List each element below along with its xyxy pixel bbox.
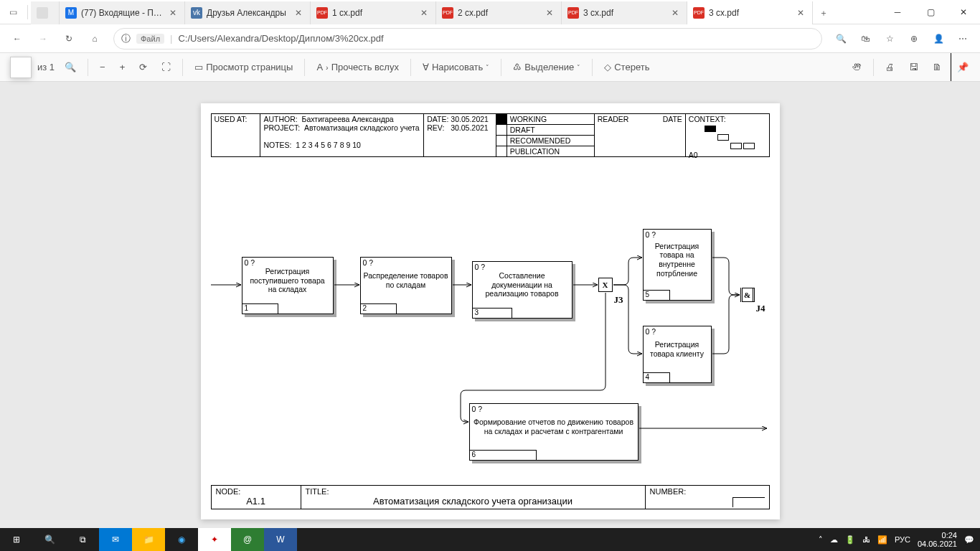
tab-mail[interactable]: M (77) Входящие - По… ✕ <box>60 1 185 24</box>
close-icon[interactable]: ✕ <box>544 7 555 19</box>
pdf-page: USED AT: AUTHOR: Бахтигареева Александра… <box>201 103 780 519</box>
favorites-icon[interactable]: ☆ <box>878 27 901 50</box>
separator <box>873 59 874 76</box>
shopping-icon[interactable]: 🛍 <box>854 27 877 50</box>
tab-actions-icon[interactable]: ▭ <box>3 2 23 22</box>
page-view-button[interactable]: ▭ Просмотр страницы <box>190 57 297 77</box>
taskbar: ⊞ 🔍 ⧉ ✉ 📁 ◉ ✦ @ W ˄ ☁ 🔋 🖧 📶 РУС 0:24 04.… <box>0 528 980 551</box>
minimize-button[interactable]: ─ <box>881 0 914 24</box>
info-icon: ⓘ <box>121 32 131 45</box>
erase-button[interactable]: ◇ Стереть <box>600 57 654 77</box>
collections-icon[interactable]: ⊕ <box>903 27 925 50</box>
junction-x: X <box>598 278 613 292</box>
save-icon[interactable]: 🖫 <box>905 57 923 77</box>
app-green[interactable]: @ <box>231 528 264 551</box>
window-controls: ─ ▢ ✕ <box>881 0 980 24</box>
separator: | <box>170 33 172 44</box>
draw-button[interactable]: ∀ Нарисовать ˅ <box>418 57 494 77</box>
close-icon[interactable]: ✕ <box>669 7 681 19</box>
close-icon[interactable]: ✕ <box>293 7 304 19</box>
tray-clock[interactable]: 0:24 04.06.2021 <box>918 531 957 548</box>
favicon-blank <box>37 7 48 19</box>
close-icon[interactable]: ✕ <box>418 7 430 19</box>
profile-icon[interactable]: 👤 <box>927 27 950 50</box>
tab-pdf2[interactable]: PDF 2 cx.pdf ✕ <box>436 1 562 24</box>
start-button[interactable]: ⊞ <box>0 528 33 551</box>
toc-icon[interactable]: 🖑 <box>848 57 866 77</box>
new-tab-button[interactable]: ＋ <box>813 3 834 24</box>
close-window-button[interactable]: ✕ <box>947 0 980 24</box>
tab-label: 3 cx.pdf <box>709 8 791 18</box>
rotate-icon[interactable]: ⟳ <box>135 57 151 77</box>
search-icon[interactable]: 🔍 <box>829 27 852 50</box>
pdf-icon: PDF <box>567 7 579 19</box>
separator <box>410 59 411 76</box>
pdf-viewer[interactable]: USED AT: AUTHOR: Бахтигареева Александра… <box>0 82 980 528</box>
pdf-icon: PDF <box>442 7 453 19</box>
highlight-button[interactable]: ♳ Выделение ˅ <box>509 57 585 77</box>
back-button[interactable]: ← <box>6 27 29 50</box>
home-button[interactable]: ⌂ <box>83 27 106 50</box>
tray-wifi-icon[interactable]: 📶 <box>877 535 887 545</box>
url-input[interactable]: ⓘ Файл | C:/Users/Alexandra/Desktop/Дипл… <box>113 28 822 50</box>
page-input[interactable] <box>10 57 32 78</box>
tab-pdf3-active[interactable]: PDF 3 cx.pdf ✕ <box>687 1 813 24</box>
pin-icon[interactable]: 📌 <box>951 53 974 81</box>
close-icon[interactable]: ✕ <box>795 7 806 19</box>
tab-blank[interactable] <box>31 1 60 24</box>
close-icon[interactable]: ✕ <box>167 7 179 19</box>
junction-and: & <box>740 288 755 302</box>
separator <box>27 5 28 19</box>
tab-vk[interactable]: vk Друзья Александры ✕ <box>185 1 311 24</box>
refresh-button[interactable]: ↻ <box>57 27 80 50</box>
junction-label-j3: J3 <box>614 294 623 306</box>
app-red[interactable]: ✦ <box>198 528 231 551</box>
idef-header-table: USED AT: AUTHOR: Бахтигареева Александра… <box>211 113 770 157</box>
menu-icon[interactable]: ⋯ <box>951 27 974 50</box>
mail-app[interactable]: ✉ <box>99 528 132 551</box>
zoom-in-button[interactable]: + <box>116 57 130 77</box>
box-2: 0 ? Распределение товаров по складам 2 <box>360 257 452 314</box>
mail-icon: M <box>65 7 77 19</box>
taskview-button[interactable]: ⧉ <box>66 528 99 551</box>
page-count: из 1 <box>37 62 55 72</box>
tray-onedrive-icon[interactable]: ☁ <box>830 535 838 545</box>
file-badge: Файл <box>136 34 164 44</box>
tab-label: Друзья Александры <box>207 8 288 18</box>
box-3: 0 ? Составление докумениации на реализац… <box>472 261 573 319</box>
box-6: 0 ? Формирование отчетов по движению тов… <box>469 403 639 461</box>
search-button[interactable]: 🔍 <box>33 528 66 551</box>
idef-diagram: 0 ? Регистрация поступившего товара на с… <box>211 161 770 484</box>
zoom-out-button[interactable]: − <box>95 57 110 77</box>
tray-network-icon[interactable]: 🖧 <box>862 535 870 544</box>
tabs-container: M (77) Входящие - По… ✕ vk Друзья Алекса… <box>31 0 881 24</box>
pdf-toolbar: из 1 🔍 − + ⟳ ⛶ ▭ Просмотр страницы A› Пр… <box>0 53 980 82</box>
explorer-app[interactable]: 📁 <box>132 528 165 551</box>
print-icon[interactable]: 🖨 <box>881 57 899 77</box>
tray-notifications-icon[interactable]: 💬 <box>964 535 974 545</box>
find-icon[interactable]: 🔍 <box>60 57 80 77</box>
box-5: 0 ? Регистрация товара на внутренне потр… <box>643 229 712 301</box>
idef-footer-table: NODE:A1.1 TITLE:Автоматизация складского… <box>211 485 770 509</box>
vk-icon: vk <box>191 7 202 19</box>
word-app[interactable]: W <box>264 528 297 551</box>
used-at-cell: USED AT: <box>211 114 260 157</box>
box-1: 0 ? Регистрация поступившего товара на с… <box>242 257 334 314</box>
tab-pdf3[interactable]: PDF 3 cx.pdf ✕ <box>562 1 687 24</box>
tab-label: (77) Входящие - По… <box>81 8 163 18</box>
tray-chevron-icon[interactable]: ˄ <box>819 535 823 545</box>
url-text: C:/Users/Alexandra/Desktop/Диплом/3%20cx… <box>178 33 383 44</box>
tab-label: 1 cx.pdf <box>332 8 414 18</box>
saveas-icon[interactable]: 🗎 <box>928 57 946 77</box>
tray-lang[interactable]: РУС <box>895 535 910 544</box>
tray-battery-icon[interactable]: 🔋 <box>845 535 855 545</box>
read-aloud-button[interactable]: A› Прочесть вслух <box>312 57 403 77</box>
titlebar: ▭ M (77) Входящие - По… ✕ vk Друзья Алек… <box>0 0 980 24</box>
tab-pdf1[interactable]: PDF 1 cx.pdf ✕ <box>311 1 436 24</box>
separator <box>501 59 501 76</box>
maximize-button[interactable]: ▢ <box>914 0 947 24</box>
edge-app[interactable]: ◉ <box>165 528 198 551</box>
junction-label-j4: J4 <box>756 303 765 314</box>
forward-button[interactable]: → <box>32 27 55 50</box>
fit-icon[interactable]: ⛶ <box>157 57 175 77</box>
